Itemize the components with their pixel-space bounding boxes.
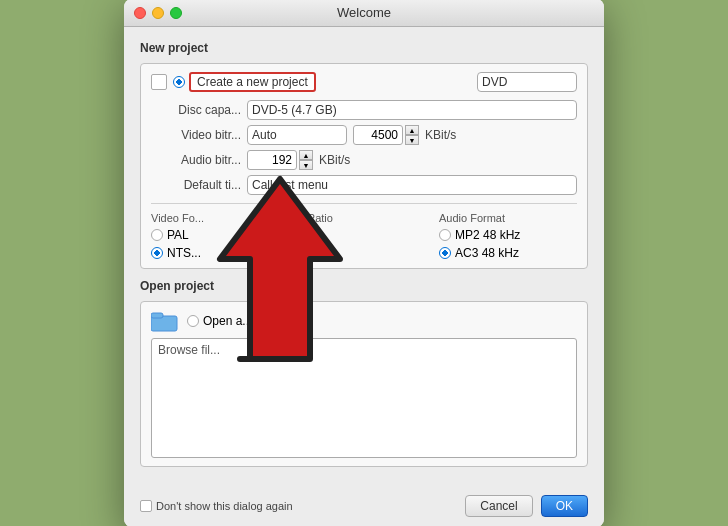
mp2-option[interactable]: MP2 48 kHz [439, 228, 577, 242]
open-project-section: Open a... Browse fil... [140, 301, 588, 467]
dont-show-label: Don't show this dialog again [156, 500, 293, 512]
dont-show-checkbox[interactable] [140, 500, 152, 512]
default-title-row: Default ti... Call last menu [151, 175, 577, 195]
video-format-col-label: Video Fo... [151, 212, 289, 224]
create-project-label[interactable]: Create a new project [189, 72, 316, 92]
bottom-bar: Don't show this dialog again Cancel OK [124, 487, 604, 526]
video-bitrate-mode-select[interactable]: Auto [247, 125, 347, 145]
format-grid: Video Fo... PAL NTS... ... Ratio [151, 203, 577, 260]
audio-bitrate-stepper: ▲ ▼ [247, 150, 313, 170]
aspect-ratio-col: ... Ratio [295, 212, 433, 260]
open-radio-option[interactable]: Open a... [187, 314, 252, 328]
pal-option[interactable]: PAL [151, 228, 289, 242]
aspect-ratio-col-label: ... Ratio [295, 212, 433, 224]
open-project-row: Open a... [151, 310, 577, 332]
video-bitrate-stepper-buttons: ▲ ▼ [405, 125, 419, 145]
audio-bitrate-input[interactable] [247, 150, 297, 170]
audio-bitrate-label: Audio bitr... [151, 153, 241, 167]
audio-bitrate-down[interactable]: ▼ [299, 160, 313, 170]
new-project-checkbox[interactable] [151, 74, 167, 90]
window-content: New project Create a new project DVD [124, 27, 604, 487]
ok-button[interactable]: OK [541, 495, 588, 517]
file-browse-box[interactable]: Browse fil... [151, 338, 577, 458]
disc-capacity-row: Disc capa... DVD-5 (4.7 GB) [151, 100, 577, 120]
default-title-label: Default ti... [151, 178, 241, 192]
action-buttons: Cancel OK [465, 495, 588, 517]
disc-capacity-select-wrapper: DVD-5 (4.7 GB) [247, 100, 577, 120]
new-project-section: Create a new project DVD Disc capa... [140, 63, 588, 269]
ntsc-label: NTS... [167, 246, 201, 260]
mp2-label: MP2 48 kHz [455, 228, 520, 242]
svg-rect-1 [151, 313, 163, 318]
video-bitrate-mode-wrapper: Auto [247, 125, 347, 145]
disc-capacity-select[interactable]: DVD-5 (4.7 GB) [247, 100, 577, 120]
traffic-lights [134, 7, 182, 19]
audio-bitrate-up[interactable]: ▲ [299, 150, 313, 160]
audio-bitrate-stepper-buttons: ▲ ▼ [299, 150, 313, 170]
default-title-select[interactable]: Call last menu [247, 175, 577, 195]
audio-format-col: Audio Format MP2 48 kHz AC3 48 kHz [439, 212, 577, 260]
video-bitrate-up[interactable]: ▲ [405, 125, 419, 135]
create-project-row: Create a new project DVD [151, 72, 577, 92]
main-window: Welcome New project Create a new project [124, 0, 604, 526]
folder-icon [151, 310, 179, 332]
video-bitrate-stepper: ▲ ▼ [353, 125, 419, 145]
create-radio-button[interactable] [173, 76, 185, 88]
maximize-button[interactable] [170, 7, 182, 19]
ntsc-option[interactable]: NTS... [151, 246, 289, 260]
minimize-button[interactable] [152, 7, 164, 19]
disc-type-select-wrapper: DVD [477, 72, 577, 92]
cancel-button[interactable]: Cancel [465, 495, 532, 517]
video-bitrate-down[interactable]: ▼ [405, 135, 419, 145]
ac3-label: AC3 48 kHz [455, 246, 519, 260]
default-title-select-wrapper: Call last menu [247, 175, 577, 195]
audio-format-col-label: Audio Format [439, 212, 577, 224]
pal-label: PAL [167, 228, 189, 242]
ntsc-radio[interactable] [151, 247, 163, 259]
close-button[interactable] [134, 7, 146, 19]
open-project-label: Open project [140, 279, 588, 293]
dont-show-option: Don't show this dialog again [140, 500, 293, 512]
new-project-label: New project [140, 41, 588, 55]
video-bitrate-row: Video bitr... Auto ▲ ▼ KBit/s [151, 125, 577, 145]
ac3-radio[interactable] [439, 247, 451, 259]
create-radio-option[interactable]: Create a new project [173, 72, 316, 92]
disc-capacity-label: Disc capa... [151, 103, 241, 117]
browse-label: Browse fil... [152, 339, 576, 361]
video-bitrate-unit: KBit/s [425, 128, 456, 142]
pal-radio[interactable] [151, 229, 163, 241]
window-title: Welcome [337, 5, 391, 20]
titlebar: Welcome [124, 0, 604, 27]
ac3-option[interactable]: AC3 48 kHz [439, 246, 577, 260]
audio-bitrate-unit: KBit/s [319, 153, 350, 167]
open-label: Open a... [203, 314, 252, 328]
audio-bitrate-row: Audio bitr... ▲ ▼ KBit/s [151, 150, 577, 170]
disc-type-select[interactable]: DVD [477, 72, 577, 92]
video-format-col: Video Fo... PAL NTS... [151, 212, 289, 260]
mp2-radio[interactable] [439, 229, 451, 241]
open-radio[interactable] [187, 315, 199, 327]
video-bitrate-input[interactable] [353, 125, 403, 145]
video-bitrate-label: Video bitr... [151, 128, 241, 142]
